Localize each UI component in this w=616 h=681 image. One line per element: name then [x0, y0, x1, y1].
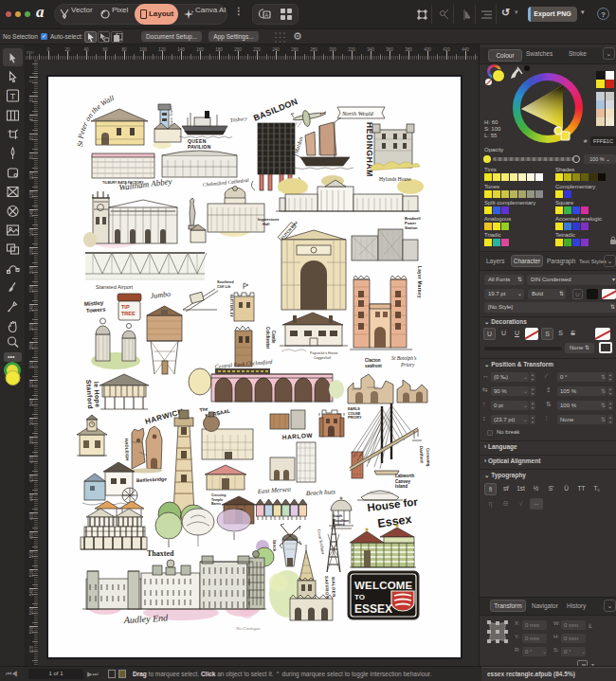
svg-text:Stock: Stock [272, 540, 277, 552]
svg-text:ESSEX: ESSEX [354, 602, 392, 616]
svg-text:EARLS: EARLS [348, 407, 360, 411]
svg-text:Towers: Towers [86, 307, 107, 314]
svg-text:COLNE: COLNE [348, 412, 361, 416]
svg-text:Coggeshall: Coggeshall [314, 356, 331, 360]
svg-text:Hylands House: Hylands House [379, 176, 411, 182]
svg-text:Nic Cardogan: Nic Cardogan [235, 626, 261, 631]
svg-text:Audley End: Audley End [123, 613, 170, 626]
svg-text:HARLOW: HARLOW [282, 432, 314, 440]
svg-text:Clacton: Clacton [365, 358, 381, 363]
svg-text:Castle: Castle [271, 331, 276, 344]
svg-text:Colchester: Colchester [265, 327, 270, 349]
svg-text:Canvey: Canvey [395, 479, 411, 484]
svg-text:TO: TO [354, 593, 365, 601]
svg-text:Central Park Chelmsford: Central Park Chelmsford [215, 359, 274, 369]
svg-text:Tilsbury: Tilsbury [229, 115, 247, 123]
svg-text:Southend: Southend [217, 280, 234, 284]
svg-text:PAVILION: PAVILION [188, 144, 211, 150]
svg-text:Battlesbridge: Battlesbridge [136, 475, 167, 483]
svg-text:Crossing: Crossing [426, 448, 431, 467]
svg-text:Station: Station [405, 225, 418, 230]
svg-text:South: South [333, 514, 342, 518]
svg-text:A: A [265, 12, 269, 18]
svg-text:Island: Island [395, 484, 408, 489]
svg-text:TREE: TREE [121, 311, 136, 316]
svg-text:St Botolph’s: St Botolph’s [391, 355, 416, 361]
svg-text:•••: ••• [8, 353, 15, 360]
svg-text:Stanford: Stanford [85, 380, 94, 410]
svg-text:Beach huts: Beach huts [306, 488, 336, 497]
svg-text:SAFFRON: SAFFRON [324, 576, 330, 600]
svg-text:BUTTERLEY: BUTTERLEY [229, 295, 234, 317]
svg-text:seafront: seafront [365, 364, 382, 368]
svg-text:Temple: Temple [211, 498, 223, 502]
svg-text:Mistley: Mistley [84, 300, 104, 307]
svg-text:Dartford: Dartford [419, 446, 425, 463]
svg-text:Stansted Airport: Stansted Airport [96, 284, 134, 290]
svg-text:BASILDON: BASILDON [252, 97, 299, 123]
svg-text:Layer Marney: Layer Marney [417, 266, 422, 298]
svg-text:Priory: Priory [400, 362, 415, 367]
svg-text:Labworth: Labworth [395, 474, 414, 478]
svg-text:Cressing: Cressing [211, 493, 226, 497]
svg-text:HADLEIGH: HADLEIGH [124, 439, 130, 461]
svg-text:PRIORY: PRIORY [348, 416, 362, 420]
svg-text:TIP: TIP [121, 304, 130, 310]
svg-text:T: T [10, 92, 16, 101]
svg-text:Waltham Abbey: Waltham Abbey [118, 176, 172, 192]
svg-text:Great Yeldham: Great Yeldham [317, 529, 326, 555]
svg-text:North Weald: North Weald [341, 110, 374, 116]
svg-text:Woodham: Woodham [333, 519, 349, 523]
svg-text:WALDEN: WALDEN [331, 577, 336, 598]
svg-text:Paycocke’s House: Paycocke’s House [310, 351, 338, 355]
svg-text:Hall: Hall [263, 222, 269, 226]
svg-text:Essex: Essex [376, 512, 412, 530]
svg-text:Cliff Lift: Cliff Lift [217, 285, 231, 289]
svg-text:Chelmsford Cathedral: Chelmsford Cathedral [202, 177, 249, 188]
svg-text:WELCOME: WELCOME [354, 580, 413, 591]
svg-text:East Mersea: East Mersea [257, 486, 292, 496]
svg-text:Thaxted: Thaxted [147, 549, 174, 558]
svg-text:Barns: Barns [211, 502, 221, 506]
svg-text:Jumbo: Jumbo [150, 290, 171, 300]
svg-text:Naze Tower: Naze Tower [169, 105, 173, 126]
